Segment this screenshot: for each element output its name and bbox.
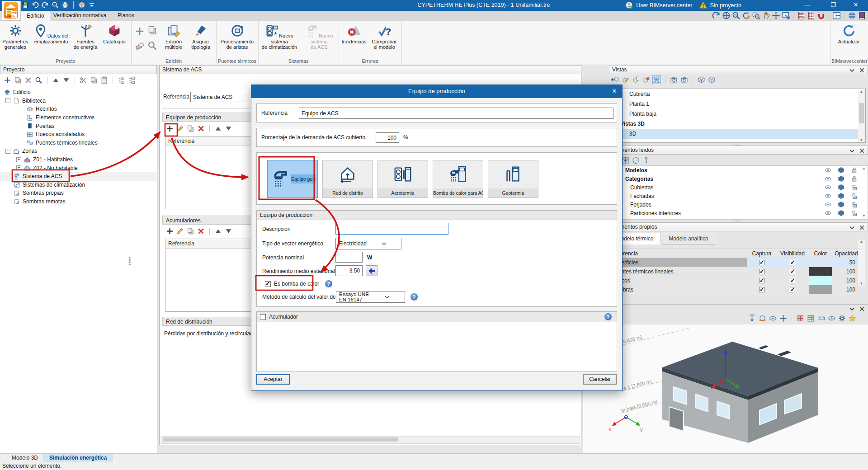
- app-menu-button[interactable]: CTEHE: [2, 1, 21, 21]
- scroll-up-icon[interactable]: ▲: [858, 240, 865, 244]
- expand-box[interactable]: +: [16, 165, 21, 170]
- type-aerotermia[interactable]: Aerotermia: [377, 160, 428, 198]
- dialog-title-bar[interactable]: Equipo de producción: [251, 85, 622, 98]
- cancelar-button[interactable]: Cancelar: [583, 374, 617, 385]
- save-icon[interactable]: [22, 1, 29, 9]
- col-color[interactable]: Color: [809, 249, 832, 258]
- color-swatch[interactable]: [809, 276, 832, 285]
- close-button[interactable]: ✕: [847, 0, 864, 11]
- pantool-icon[interactable]: [779, 315, 787, 322]
- color-swatch[interactable]: [809, 267, 832, 276]
- tridown-icon[interactable]: [225, 125, 232, 132]
- erase-button[interactable]: [135, 41, 145, 51]
- scroll-up-icon[interactable]: ▲: [861, 166, 867, 170]
- orbit-icon[interactable]: [772, 11, 780, 20]
- tree-item-biblioteca[interactable]: -Biblioteca: [0, 97, 157, 105]
- triup-icon[interactable]: [214, 227, 222, 235]
- scrollbar-thumb[interactable]: [859, 103, 864, 123]
- copy-button[interactable]: [147, 25, 157, 35]
- col-referencia[interactable]: Referencia: [609, 249, 747, 258]
- actualizar-button[interactable]: Actualizar: [834, 24, 864, 44]
- rotate-icon[interactable]: [712, 11, 721, 20]
- copy-icon[interactable]: [90, 76, 98, 84]
- plumb-icon[interactable]: [748, 315, 756, 322]
- tree-item-elementos-constructivos[interactable]: Elementos constructivos: [0, 113, 157, 122]
- zoomwin-icon[interactable]: [752, 11, 760, 20]
- close-panel-icon[interactable]: [858, 147, 866, 155]
- restore-default-button[interactable]: [366, 265, 377, 276]
- tab-verificacion-normativa[interactable]: Verificación normativa: [48, 11, 112, 21]
- acumulador-checkbox[interactable]: [260, 314, 266, 320]
- treeorg-icon[interactable]: [118, 76, 125, 84]
- collapse-panel-icon[interactable]: [848, 147, 856, 155]
- tab-edificio[interactable]: Edificio: [21, 11, 50, 21]
- magnet-icon[interactable]: [817, 11, 826, 20]
- nuevo-sistema-climatizacion-button[interactable]: Nuevo sistema de climatización: [259, 24, 300, 50]
- dxfcolor-icon[interactable]: [807, 11, 816, 20]
- sendview-icon[interactable]: [782, 11, 790, 20]
- tree-item-sistema-acs[interactable]: Sistema de ACS: [0, 172, 157, 181]
- vista-group-3d[interactable]: Vistas 3D: [609, 119, 865, 129]
- secbox-icon[interactable]: [698, 76, 705, 84]
- collapse-panel-icon[interactable]: [848, 305, 856, 313]
- cross-icon[interactable]: [24, 76, 32, 84]
- asignar-tipologia-button[interactable]: Asignar tipología: [188, 24, 213, 50]
- opacidad-value[interactable]: 100: [832, 276, 858, 285]
- cube-icon[interactable]: [837, 193, 845, 199]
- eye-icon[interactable]: [824, 210, 832, 216]
- cuberule-icon[interactable]: [759, 315, 766, 322]
- treeorg-icon[interactable]: [128, 76, 136, 84]
- incidencias-button[interactable]: Incidencias: [340, 24, 368, 44]
- unlock-icon[interactable]: [850, 193, 858, 199]
- type-red-distrito[interactable]: Red de distrito: [322, 160, 373, 198]
- captura-checkbox[interactable]: [759, 260, 764, 265]
- unlock-icon[interactable]: [850, 184, 858, 191]
- close-panel-icon[interactable]: [858, 66, 866, 74]
- col-opacidad[interactable]: Opacidad: [832, 249, 858, 258]
- scroll-down-icon[interactable]: ▼: [858, 138, 865, 142]
- tree-item-huecos-acristalados[interactable]: Huecos acristalados: [0, 130, 157, 139]
- elemred-icon[interactable]: [797, 315, 804, 322]
- gear-icon[interactable]: [838, 315, 846, 322]
- comprobar-modelo-button[interactable]: ?Comprobar el modelo: [369, 24, 399, 50]
- cube-icon[interactable]: [837, 175, 845, 182]
- vertical-scrollbar[interactable]: ▲ ▼: [858, 240, 865, 286]
- plus-icon[interactable]: [4, 76, 11, 84]
- tree-item-recintos[interactable]: Recintos: [0, 105, 157, 113]
- pencil-icon[interactable]: [176, 125, 184, 132]
- unlock-icon[interactable]: [850, 201, 858, 208]
- tridown-icon[interactable]: [62, 76, 70, 84]
- help-icon[interactable]: ?: [604, 313, 612, 320]
- type-bomba-calor-acs[interactable]: Bomba de calor para ACS: [433, 160, 483, 198]
- datos-emplazamiento-button[interactable]: Datos del emplazamiento: [32, 24, 71, 44]
- opacidad-value[interactable]: 100: [832, 285, 858, 294]
- vista-planta-1[interactable]: Planta 1: [609, 99, 865, 109]
- opacidad-value[interactable]: 50: [832, 258, 858, 267]
- copy-icon[interactable]: [187, 125, 194, 132]
- dialog-referencia-input[interactable]: [299, 108, 613, 119]
- col-captura[interactable]: Captura: [747, 249, 776, 258]
- cubeeye-icon[interactable]: [632, 156, 640, 164]
- expand-box[interactable]: +: [16, 157, 21, 162]
- opacidad-value[interactable]: 100: [832, 267, 858, 276]
- undo-icon[interactable]: [32, 1, 39, 9]
- type-geotermia[interactable]: Geotermia: [488, 160, 538, 198]
- tab-modelo-3d[interactable]: Modelo 3D: [5, 454, 44, 462]
- dialog-close-button[interactable]: ✕: [609, 87, 619, 96]
- vertical-scrollbar[interactable]: ▲ ▼: [858, 89, 865, 142]
- copy-icon[interactable]: [14, 76, 22, 84]
- es-bomba-checkbox[interactable]: [265, 281, 271, 287]
- cube-icon[interactable]: [837, 167, 845, 174]
- collapse-box[interactable]: -: [5, 149, 10, 154]
- add-button[interactable]: [135, 26, 145, 36]
- table-row[interactable]: Superficies 50: [609, 258, 858, 267]
- viewcopy-icon[interactable]: [632, 76, 640, 84]
- minimize-button[interactable]: —: [799, 0, 816, 11]
- panel-splitter[interactable]: ●●●●: [128, 257, 131, 268]
- tree-item-sistemas-climatizacion[interactable]: Sistemas de climatización: [0, 181, 157, 189]
- triup-icon[interactable]: [52, 76, 60, 84]
- close-panel-icon[interactable]: [858, 305, 866, 313]
- potencia-input[interactable]: [335, 252, 363, 263]
- eye-icon[interactable]: [824, 167, 832, 174]
- copy-icon[interactable]: [187, 227, 194, 235]
